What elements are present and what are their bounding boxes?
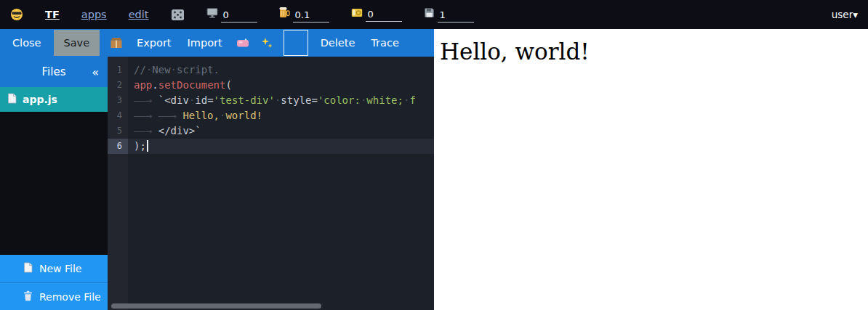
money-stat-field[interactable]: 0 — [351, 8, 402, 22]
code-lines: 1//·New·script.2app.setDocument(3——→`<di… — [108, 62, 434, 154]
line-number[interactable]: 5 — [108, 123, 128, 139]
close-button[interactable]: Close — [9, 30, 45, 56]
export-button[interactable]: Export — [133, 30, 174, 56]
code-line[interactable]: 6); — [108, 139, 434, 154]
beer-stat-field[interactable]: 0.1 — [279, 7, 329, 23]
text-cursor — [147, 140, 148, 152]
money-stat-value[interactable]: 0 — [366, 9, 402, 22]
app-window: TF apps edit 0 0.1 0 1 user▾ Close — [0, 0, 868, 310]
trace-button[interactable]: Trace — [367, 30, 402, 56]
line-number[interactable]: 6 — [108, 139, 128, 154]
files-header: Files « — [0, 57, 108, 87]
trash-icon — [23, 290, 33, 303]
editor-toolbar: Close Save Export Import Delete Trace — [0, 29, 434, 57]
horizontal-scrollbar[interactable] — [111, 303, 321, 309]
file-item-label: app.js — [23, 94, 57, 105]
soap-icon[interactable] — [235, 30, 251, 56]
beer-stat-value[interactable]: 0.1 — [293, 9, 329, 23]
floppy-stat-value[interactable]: 1 — [438, 9, 474, 23]
preview-hello-text: Hello, world! — [440, 38, 868, 65]
code-line[interactable]: 3——→`<div·id='test-div'·style='color:·wh… — [108, 93, 434, 108]
remove-file-button[interactable]: Remove File — [0, 282, 108, 310]
file-sidebar: Files « app.js New File Remove File — [0, 57, 108, 310]
package-icon[interactable] — [108, 30, 124, 56]
nav-link-edit[interactable]: edit — [129, 9, 149, 20]
remove-file-label: Remove File — [39, 291, 101, 303]
code-text: ——→`<div·id='test-div'·style='color:·whi… — [128, 93, 416, 108]
user-menu[interactable]: user▾ — [832, 9, 858, 20]
new-file-button[interactable]: New File — [0, 255, 108, 282]
code-text: app.setDocument( — [128, 78, 232, 93]
monitor-stat-field[interactable]: 0 — [206, 7, 257, 23]
import-button[interactable]: Import — [184, 30, 226, 56]
brand-link[interactable]: TF — [45, 9, 60, 20]
code-editor[interactable]: 1//·New·script.2app.setDocument(3——→`<di… — [108, 57, 434, 310]
delete-button[interactable]: Delete — [317, 30, 359, 56]
money-icon — [351, 8, 363, 22]
code-text: ); — [128, 139, 148, 154]
line-number[interactable]: 2 — [108, 78, 128, 93]
line-number[interactable]: 1 — [108, 62, 128, 78]
monitor-stat-value[interactable]: 0 — [221, 9, 257, 23]
line-number[interactable]: 4 — [108, 108, 128, 123]
save-button[interactable]: Save — [54, 30, 100, 56]
smiley-icon[interactable] — [10, 8, 23, 21]
new-file-label: New File — [39, 263, 81, 274]
beer-icon — [279, 7, 290, 23]
floppy-stat-field[interactable]: 1 — [424, 7, 474, 23]
top-nav-bar: TF apps edit 0 0.1 0 1 user▾ — [0, 0, 868, 29]
new-file-icon — [23, 262, 33, 275]
code-line[interactable]: 5——→</div>` — [108, 123, 434, 139]
blank-button[interactable] — [284, 30, 308, 56]
files-header-label: Files — [42, 65, 66, 78]
code-line[interactable]: 2app.setDocument( — [108, 78, 434, 93]
monitor-icon — [206, 7, 218, 23]
code-line[interactable]: 4——→——→Hello,·world! — [108, 108, 434, 123]
sidebar-empty-area — [0, 112, 108, 255]
app-preview-pane: Hello, world! — [434, 29, 868, 310]
file-icon — [7, 93, 17, 106]
dice-icon[interactable] — [171, 9, 185, 21]
code-text: ——→</div>` — [128, 123, 201, 139]
code-line[interactable]: 1//·New·script. — [108, 62, 434, 78]
floppy-icon — [424, 7, 435, 23]
collapse-sidebar-icon[interactable]: « — [92, 65, 99, 79]
code-text: //·New·script. — [128, 62, 220, 78]
code-text: ——→——→Hello,·world! — [128, 108, 262, 123]
sparkles-icon[interactable] — [260, 30, 275, 56]
line-number[interactable]: 3 — [108, 93, 128, 108]
nav-link-apps[interactable]: apps — [81, 9, 107, 20]
file-item-appjs[interactable]: app.js — [0, 87, 108, 112]
